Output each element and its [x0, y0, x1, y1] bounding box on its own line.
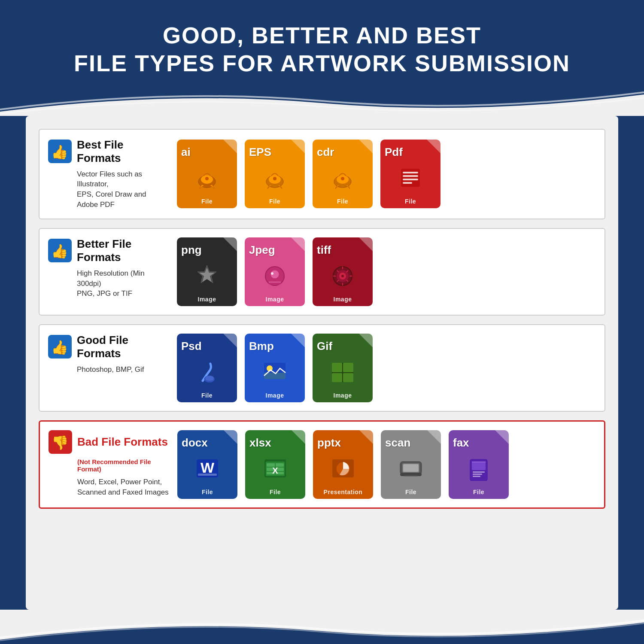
bad-title: Bad File Formats — [77, 435, 168, 449]
svg-rect-65 — [473, 474, 482, 475]
better-label-area: 👍 Better File Formats High Resolution (M… — [48, 237, 168, 306]
file-icon-gif: Gif Image — [313, 334, 373, 402]
tiff-symbol — [330, 257, 355, 296]
better-label-header: 👍 Better File Formats — [48, 237, 168, 264]
header-line2: FILE TYPES FOR ARTWORK SUBMISSION — [74, 50, 570, 76]
cdr-symbol — [330, 159, 355, 198]
svg-rect-38 — [343, 363, 353, 372]
svg-rect-40 — [343, 373, 353, 382]
good-icons-area: Psd File Bmp — [177, 334, 596, 402]
svg-text:👍: 👍 — [51, 243, 68, 259]
scan-symbol — [398, 450, 424, 489]
bad-section-row: 👎 Bad File Formats (Not Recommended File… — [39, 420, 605, 509]
svg-rect-60 — [400, 473, 422, 476]
svg-rect-15 — [403, 182, 412, 184]
header-line1: GOOD, BETTER AND BEST — [163, 22, 481, 48]
thumbs-up-icon-best: 👍 — [48, 140, 72, 163]
svg-point-4 — [205, 177, 209, 180]
file-icon-pptx: pptx Presentation — [313, 430, 373, 499]
svg-rect-12 — [403, 172, 418, 173]
gif-symbol — [330, 353, 355, 392]
bad-label-header: 👎 Bad File Formats — [49, 430, 169, 454]
svg-rect-45 — [198, 474, 217, 476]
svg-rect-66 — [473, 476, 480, 477]
svg-rect-37 — [332, 363, 342, 372]
svg-text:👍: 👍 — [51, 144, 68, 160]
pdf-symbol — [398, 159, 423, 198]
good-desc: Photoshop, BMP, Gif — [77, 365, 168, 375]
file-icon-docx: docx W File — [177, 430, 237, 499]
better-icons-area: png Image Jpeg — [177, 237, 596, 306]
file-icon-ai: ai File — [177, 140, 237, 208]
thumbs-up-icon-good: 👍 — [48, 335, 72, 358]
svg-point-7 — [273, 177, 276, 180]
thumbs-up-icon-better: 👍 — [48, 239, 72, 262]
svg-rect-34 — [264, 373, 286, 379]
pptx-symbol — [330, 450, 356, 489]
jpeg-symbol — [262, 257, 288, 296]
better-section-row: 👍 Better File Formats High Resolution (M… — [39, 228, 605, 316]
content-area: 👍 Best File Formats Vector Files such as… — [26, 116, 618, 610]
best-label-area: 👍 Best File Formats Vector Files such as… — [48, 138, 168, 210]
best-section-row: 👍 Best File Formats Vector Files such as… — [39, 129, 605, 219]
file-icon-scan: scan File — [381, 430, 441, 499]
bad-desc: Word, Excel, Power Point,Scanned and Fax… — [77, 477, 169, 498]
file-icon-pdf: Pdf File — [380, 140, 440, 208]
svg-point-23 — [271, 272, 273, 275]
file-icon-cdr: cdr File — [313, 140, 373, 208]
good-label-header: 👍 Good File Formats — [48, 334, 168, 360]
header: GOOD, BETTER AND BEST FILE TYPES FOR ART… — [0, 0, 644, 90]
file-icon-xlsx: xlsx X F — [245, 430, 305, 499]
better-desc: High Resolution (Min 300dpi)PNG, JPG or … — [77, 268, 168, 299]
thumbs-down-icon-bad: 👎 — [49, 430, 72, 454]
best-desc: Vector Files such as Illustrator,EPS, Co… — [77, 169, 168, 210]
svg-point-32 — [205, 376, 214, 381]
eps-symbol — [262, 159, 288, 198]
svg-rect-14 — [403, 179, 418, 180]
svg-text:👍: 👍 — [51, 339, 68, 355]
file-icon-psd: Psd File — [177, 334, 237, 402]
file-icon-bmp: Bmp Image — [245, 334, 305, 402]
file-icon-jpeg: Jpeg Image — [245, 237, 305, 306]
swoosh-top — [0, 90, 644, 116]
header-title: GOOD, BETTER AND BEST FILE TYPES FOR ART… — [34, 21, 610, 77]
bad-label-area: 👎 Bad File Formats (Not Recommended File… — [49, 430, 169, 499]
svg-text:X: X — [272, 466, 278, 475]
better-title: Better File Formats — [77, 237, 168, 264]
good-label-area: 👍 Good File Formats Photoshop, BMP, Gif — [48, 334, 168, 402]
best-icons-area: ai File — [177, 138, 596, 210]
svg-text:W: W — [200, 459, 215, 476]
docx-symbol: W — [194, 450, 220, 489]
file-icon-tiff: tiff Image — [313, 237, 373, 306]
file-icon-eps: EPS File — [245, 140, 305, 208]
main-container: GOOD, BETTER AND BEST FILE TYPES FOR ART… — [0, 0, 644, 644]
bad-icons-area: docx W File xlsx — [177, 430, 595, 499]
svg-rect-63 — [472, 462, 486, 470]
svg-rect-64 — [473, 471, 485, 473]
svg-rect-39 — [332, 373, 342, 382]
bottom-swoosh — [0, 610, 644, 644]
png-symbol — [194, 257, 220, 296]
good-section-row: 👍 Good File Formats Photoshop, BMP, Gif … — [39, 324, 605, 412]
svg-text:👎: 👎 — [52, 434, 69, 451]
bmp-symbol — [262, 353, 288, 392]
good-title: Good File Formats — [77, 334, 168, 360]
bad-subtitle: (Not Recommended File Format) — [77, 458, 169, 473]
svg-rect-59 — [403, 464, 419, 472]
svg-rect-13 — [403, 175, 418, 177]
ai-symbol — [194, 159, 220, 198]
xlsx-symbol: X — [262, 450, 288, 489]
svg-rect-11 — [401, 169, 420, 187]
file-icon-fax: fax File — [449, 430, 509, 499]
file-icon-png: png Image — [177, 237, 237, 306]
best-title: Best File Formats — [77, 138, 168, 165]
svg-point-28 — [341, 275, 344, 277]
fax-symbol — [466, 450, 492, 489]
best-label-header: 👍 Best File Formats — [48, 138, 168, 165]
psd-symbol — [194, 353, 220, 392]
svg-point-10 — [341, 177, 344, 180]
